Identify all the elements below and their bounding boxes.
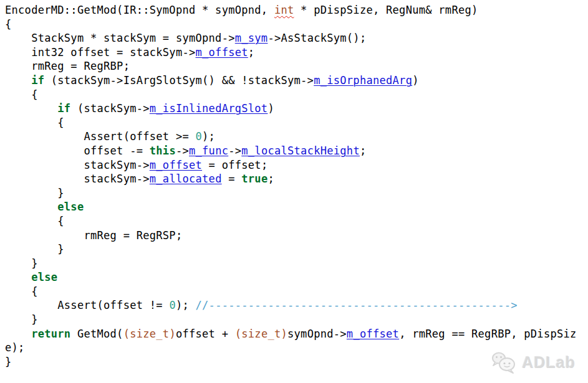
code-line: rmReg = RegRSP; bbox=[5, 229, 577, 243]
watermark-label: ADLab bbox=[522, 354, 576, 372]
code-line: { bbox=[5, 116, 577, 130]
code-line: else bbox=[5, 270, 577, 285]
code-line: } bbox=[5, 242, 577, 257]
code-line: return GetMod((size_t)offset + (size_t)s… bbox=[5, 327, 577, 341]
code-line: if (stackSym->IsArgSlotSym() && !stackSy… bbox=[5, 73, 577, 88]
wechat-bubbles-icon bbox=[490, 351, 518, 374]
code-line: StackSym * stackSym = symOpnd->m_sym->As… bbox=[5, 31, 577, 45]
code-line: stackSym->m_offset = offset; bbox=[5, 158, 577, 173]
code-line: Assert(offset >= 0); bbox=[5, 130, 577, 144]
watermark: ADLab bbox=[490, 351, 576, 374]
code-line: { bbox=[5, 285, 577, 299]
code-line: } bbox=[5, 257, 577, 271]
code-line: { bbox=[5, 214, 577, 229]
code-line: rmReg = RegRBP; bbox=[5, 59, 577, 73]
code-line: } bbox=[5, 186, 577, 201]
code-line: } bbox=[5, 313, 577, 327]
code-line: else bbox=[5, 200, 577, 214]
code-line: int32 offset = stackSym->m_offset; bbox=[5, 45, 577, 60]
code-editor: EncoderMD::GetMod(IR::SymOpnd * symOpnd,… bbox=[5, 3, 577, 369]
code-line: Assert(offset != 0); //-----------------… bbox=[5, 298, 577, 313]
code-screenshot: EncoderMD::GetMod(IR::SymOpnd * symOpnd,… bbox=[0, 0, 588, 383]
code-line: if (stackSym->m_isInlinedArgSlot) bbox=[5, 102, 577, 116]
code-line: stackSym->m_allocated = true; bbox=[5, 172, 577, 186]
code-line: { bbox=[5, 88, 577, 102]
code-line: EncoderMD::GetMod(IR::SymOpnd * symOpnd,… bbox=[5, 3, 577, 17]
code-line: offset -= this->m_func->m_localStackHeig… bbox=[5, 144, 577, 158]
code-line: { bbox=[5, 17, 577, 32]
